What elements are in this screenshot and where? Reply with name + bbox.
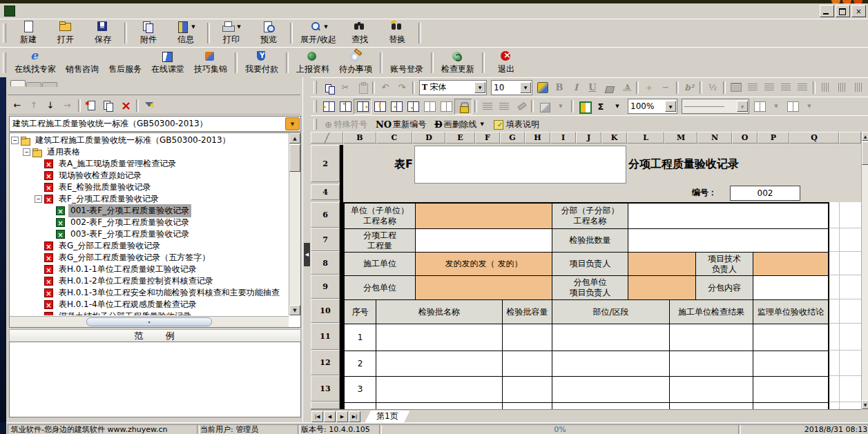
toolbar-button[interactable]: 检查更新 (436, 49, 479, 77)
column-header[interactable]: D (412, 132, 445, 144)
decrease-button[interactable]: − (657, 80, 674, 95)
form-number-label[interactable]: 编号： (692, 185, 717, 201)
sheet-vertical-scrollbar[interactable]: ▲ ▼ (861, 132, 868, 409)
toolbar-button[interactable]: 在线找专家 (10, 49, 61, 77)
scroll-up-icon[interactable]: ▲ (289, 133, 300, 144)
column-header[interactable]: K (601, 132, 627, 144)
form-cell-input[interactable] (670, 324, 753, 351)
first-sheet-button[interactable]: |◀ (311, 411, 323, 422)
row-header[interactable]: 10 (311, 299, 340, 323)
row-header[interactable]: 11 (311, 323, 340, 350)
toolbar-button[interactable]: 附件 (130, 19, 167, 47)
underline-button[interactable]: U (584, 80, 601, 95)
form-column-header[interactable]: 检验批容量 (503, 300, 552, 324)
dropdown-arrow-icon[interactable]: ▼ (481, 121, 484, 127)
tree-item[interactable]: 表F_分项工程质量验收记录 (35, 193, 161, 205)
form-column-header[interactable]: 施工单位检查结果 (670, 300, 753, 324)
tree-item[interactable]: 表H.0.1-4单位工程观感质量检查记录 (35, 299, 199, 310)
scrollbar-thumb[interactable] (289, 144, 300, 172)
align-left-button[interactable] (744, 80, 761, 95)
tree-vertical-scrollbar[interactable]: ▲ ▼ (289, 133, 300, 315)
menu-item[interactable] (95, 10, 108, 12)
form-cell-input[interactable] (376, 403, 503, 409)
form-cell-label[interactable]: 项目技术 负责人 (696, 253, 753, 276)
color-table-button[interactable] (576, 99, 592, 114)
vertical-align-top-button[interactable] (818, 80, 834, 95)
form-cell-seq[interactable]: 2 (345, 351, 376, 377)
form-cell-input[interactable] (416, 276, 552, 300)
border-outline-dropdown[interactable]: ▼ (768, 99, 784, 114)
catalog-tab[interactable] (26, 82, 41, 87)
form-cell-input[interactable] (628, 204, 828, 229)
row-header[interactable]: 7 (311, 228, 340, 251)
toolbar-button[interactable]: ▼ 信息 (167, 19, 204, 47)
form-column-header[interactable]: 部位/区段 (552, 300, 670, 324)
form-cell-input[interactable] (628, 253, 696, 276)
tree-item[interactable]: 建筑工程施工质量验收统一标准（GB50300-2013） (11, 135, 233, 146)
fill-color-button[interactable] (601, 80, 617, 95)
column-header[interactable]: G (500, 132, 525, 144)
vertical-align-bottom-button[interactable] (851, 80, 867, 95)
font-color-button[interactable] (617, 80, 634, 95)
sum-dropdown-button[interactable]: ▼ (609, 99, 626, 114)
form-cell-input[interactable] (376, 377, 503, 403)
split-cell-button[interactable] (372, 99, 388, 114)
column-header[interactable]: I (550, 132, 576, 144)
select-all-corner[interactable] (311, 132, 343, 144)
redo-button[interactable]: ↷ (394, 80, 410, 95)
scroll-down-icon[interactable]: ▼ (862, 400, 868, 409)
toolbar-drag-handle[interactable] (314, 81, 317, 94)
close-button[interactable]: × (851, 5, 866, 17)
dropdown-arrow-icon[interactable]: ▼ (191, 24, 195, 30)
scroll-down-icon[interactable]: ▼ (289, 305, 300, 315)
menu-item[interactable] (170, 10, 182, 12)
font-size-select[interactable]: 10 ▼ (491, 80, 532, 95)
line-style-select[interactable]: ▼ (682, 99, 749, 114)
toolbar-drag-handle[interactable] (3, 52, 6, 74)
dropdown-button[interactable]: ▼ (737, 101, 748, 112)
tree-item[interactable]: 表A_施工现场质量管理检查记录 (35, 158, 178, 170)
form-column-header[interactable]: 序号 (345, 300, 376, 324)
toolbar-button[interactable]: 新建 (10, 19, 47, 47)
tree-item[interactable]: 002-表F_分项工程质量验收记录 (46, 217, 191, 228)
tree-item[interactable]: 表H.0.1-1单位工程质量竣工验收记录 (35, 264, 199, 275)
menu-item[interactable] (133, 10, 145, 12)
toolbar-button[interactable]: 保存 (84, 19, 122, 47)
next-sheet-button[interactable]: ▶ (336, 411, 348, 422)
menu-item[interactable] (157, 10, 170, 12)
form-title[interactable]: 分项工程质量验收记录 (628, 144, 739, 185)
form-cell-input[interactable]: 发的发的发（ 发的） (416, 253, 552, 276)
toolbar-button[interactable]: 查找 (341, 19, 378, 47)
column-header[interactable]: C (376, 132, 412, 144)
form-cell-input[interactable] (753, 351, 828, 377)
special-symbol-button[interactable]: ⊕ 特殊符号 (320, 119, 372, 130)
tree-item[interactable]: 混凝土结构子分部工程质量验收记录 (35, 310, 193, 315)
collapse-panel-button[interactable]: ◀ (304, 243, 310, 266)
menu-item[interactable] (70, 10, 83, 12)
toolbar-button[interactable]: ▼ 打印 (213, 19, 250, 47)
font-name-select[interactable]: T 宋体 ▼ (419, 80, 487, 95)
menu-item[interactable] (58, 10, 70, 12)
align-block-button[interactable] (728, 80, 744, 95)
menu-item[interactable] (108, 10, 120, 12)
tree-item[interactable]: 表H.0.1-2单位工程质量控制资料核查记录 (35, 275, 215, 287)
column-header[interactable]: B (343, 132, 376, 144)
row-header[interactable]: 2 (311, 145, 340, 182)
tree-item[interactable]: 现场验收检查原始记录 (35, 170, 144, 181)
form-cell-label[interactable]: 检验批数量 (552, 229, 628, 253)
form-cell-input[interactable] (552, 377, 670, 403)
column-header[interactable]: E (445, 132, 475, 144)
tree-item[interactable]: 表G_分部工程质量验收记录 (35, 240, 162, 252)
italic-button[interactable]: I (568, 80, 584, 95)
scrollbar-thumb[interactable]: ▾ (86, 317, 212, 326)
tree-item[interactable]: 表H.0.1-3单位工程安全和功能检验资料核查和主要功能抽查 (35, 287, 282, 299)
form-cell-input[interactable] (753, 403, 828, 409)
minimize-button[interactable] (820, 5, 834, 17)
up-arrow-button[interactable]: ↑ (26, 98, 42, 112)
tree-item[interactable]: 表E_检验批质量验收记录 (35, 181, 153, 193)
toolbar-button[interactable]: 账号登录 (385, 49, 428, 77)
form-cell-input[interactable] (753, 324, 828, 351)
back-arrow-button[interactable]: ← (9, 98, 26, 112)
form-cell-seq[interactable]: 1 (345, 324, 376, 351)
form-cell-input[interactable] (503, 403, 552, 409)
